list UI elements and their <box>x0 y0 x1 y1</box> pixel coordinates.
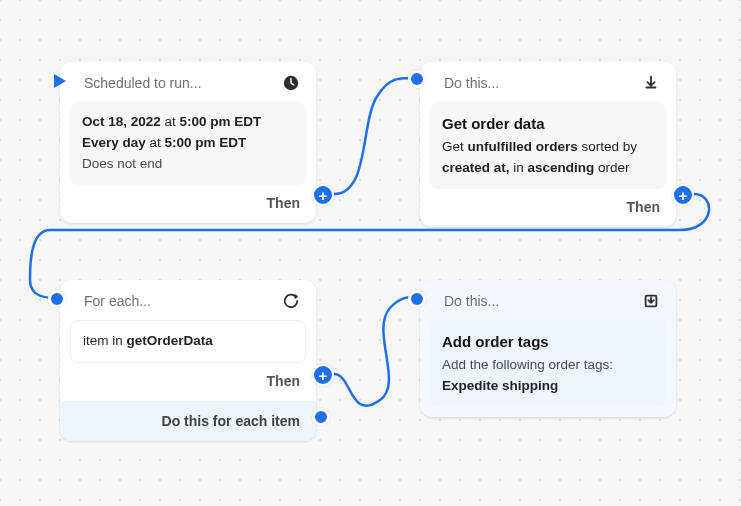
card-header-text: For each... <box>84 293 151 309</box>
trigger-details: Oct 18, 2022 at 5:00 pm EDT Every day at… <box>70 102 306 185</box>
add-step-button[interactable]: + <box>312 364 334 386</box>
connector-node <box>312 408 330 426</box>
loop-card[interactable]: For each... item in getOrderData Then Do… <box>60 280 316 441</box>
svg-marker-1 <box>54 74 66 88</box>
play-icon <box>48 70 70 92</box>
add-step-button[interactable]: + <box>672 184 694 206</box>
loop-details: item in getOrderData <box>70 320 306 363</box>
then-label: Then <box>420 199 676 227</box>
card-header-text: Do this... <box>444 293 499 309</box>
connector-node <box>408 290 426 308</box>
trigger-card[interactable]: Scheduled to run... Oct 18, 2022 at 5:00… <box>60 62 316 223</box>
connector-node <box>48 290 66 308</box>
action-card-get-orders[interactable]: Do this... Get order data Get unfulfille… <box>420 62 676 227</box>
card-header-text: Do this... <box>444 75 499 91</box>
import-icon <box>642 292 660 310</box>
loop-footer: Do this for each item <box>60 401 316 441</box>
loop-icon <box>282 292 300 310</box>
add-step-button[interactable]: + <box>312 184 334 206</box>
then-label: Then <box>60 373 316 401</box>
download-icon <box>642 74 660 92</box>
connector-node <box>408 70 426 88</box>
svg-marker-2 <box>295 294 299 299</box>
action-details: Add order tags Add the following order t… <box>430 320 666 407</box>
card-header-text: Scheduled to run... <box>84 75 202 91</box>
action-card-add-tags[interactable]: Do this... Add order tags Add the follow… <box>420 280 676 417</box>
action-details: Get order data Get unfulfilled orders so… <box>430 102 666 189</box>
then-label: Then <box>60 195 316 223</box>
clock-icon <box>282 74 300 92</box>
